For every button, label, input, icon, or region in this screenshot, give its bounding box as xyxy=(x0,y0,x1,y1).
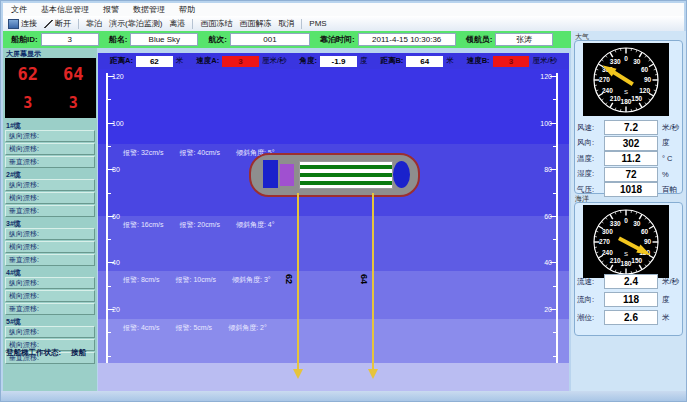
pilot-name-input[interactable]: 张涛 xyxy=(495,33,553,46)
toolbar-button-1-1[interactable]: 演示(靠泊监测) xyxy=(109,18,162,29)
tilt-threshold: 倾斜角度: 2° xyxy=(228,323,267,333)
weather-field-unit-1: 度 xyxy=(662,138,670,148)
tool-bar: 连接断开靠泊演示(靠泊监测)离港画面冻结画面解冻取消PMS xyxy=(3,16,684,32)
toolbar-button-2-2[interactable]: 取消 xyxy=(278,18,294,29)
berthing-time-input[interactable]: 2011-4-15 10:30:36 xyxy=(358,33,456,46)
big-display-distance-b: 64 xyxy=(51,64,97,84)
left-axis-tick-label: 120 xyxy=(112,73,124,81)
mooring-group-header-1: 1#缆 xyxy=(3,120,97,130)
ship-bow-ellipse xyxy=(393,161,410,188)
drift-item-2-0[interactable]: 纵向漂移: xyxy=(5,179,95,191)
gangway-status-label: 登船梯工作状态: xyxy=(6,348,61,357)
left-axis-tick xyxy=(108,332,111,333)
big-screen-display: 62 64 3 3 xyxy=(5,58,96,118)
drift-item-2-2[interactable]: 垂直漂移: xyxy=(5,205,95,217)
menu-item-4[interactable]: 帮助 xyxy=(179,4,195,15)
drift-item-3-1[interactable]: 横向漂移: xyxy=(5,241,95,253)
right-axis-tick xyxy=(553,146,556,147)
left-axis-tick-label: 80 xyxy=(112,166,120,174)
band-threshold-label-5: 报警: 4cm/s报警: 5cm/s倾斜角度: 2° xyxy=(123,323,267,333)
ocean-field-value-0: 2.4 xyxy=(604,274,658,289)
toolbar-separator xyxy=(78,19,79,29)
band-threshold-label-4: 报警: 8cm/s报警: 10cm/s倾斜角度: 3° xyxy=(123,275,271,285)
menu-item-1[interactable]: 基本信息管理 xyxy=(41,4,89,15)
drift-item-1-0[interactable]: 纵向漂移: xyxy=(5,130,95,142)
left-axis-tick xyxy=(108,146,111,147)
drift-item-4-0[interactable]: 纵向漂移: xyxy=(5,277,95,289)
weather-field-value-3: 72 xyxy=(604,167,658,182)
svg-text:210: 210 xyxy=(610,257,621,264)
weather-field-value-0: 7.2 xyxy=(604,120,658,135)
svg-text:240: 240 xyxy=(602,249,613,256)
drift-item-5-0[interactable]: 纵向漂移: xyxy=(5,326,95,338)
left-axis-tick xyxy=(108,356,111,357)
drift-item-1-2[interactable]: 垂直漂移: xyxy=(5,156,95,168)
left-axis-tick xyxy=(108,99,111,100)
toolbar-button-2-1[interactable]: 画面解冻 xyxy=(239,18,271,29)
svg-text:330: 330 xyxy=(610,58,621,65)
drift-item-1-1[interactable]: 横向漂移: xyxy=(5,143,95,155)
toolbar-button-0-0[interactable]: 连接 xyxy=(8,18,37,29)
left-axis-tick-label: 40 xyxy=(112,259,120,267)
tilt-threshold: 倾斜角度: 3° xyxy=(232,275,271,285)
ship-info-bar: 船舶ID:3船名:Blue Sky航次:001靠泊时间:2011-4-15 10… xyxy=(3,31,583,48)
svg-text:180: 180 xyxy=(621,260,632,267)
ocean-field-label-1: 流向: xyxy=(577,295,604,305)
left-sidebar: 大屏幕显示 62 64 3 3 1#缆纵向漂移:横向漂移:垂直漂移:2#缆纵向漂… xyxy=(3,48,97,391)
toolbar-button-0-1[interactable]: 断开 xyxy=(44,18,71,29)
drift-item-3-0[interactable]: 纵向漂移: xyxy=(5,228,95,240)
ship-graphic xyxy=(249,153,420,197)
toolbar-button-1-2[interactable]: 离港 xyxy=(169,18,185,29)
right-axis-tick xyxy=(553,193,556,194)
toolbar-button-2-0[interactable]: 画面冻结 xyxy=(200,18,232,29)
mooring-drift-list: 1#缆纵向漂移:横向漂移:垂直漂移:2#缆纵向漂移:横向漂移:垂直漂移:3#缆纵… xyxy=(3,120,97,365)
drift-item-4-2[interactable]: 垂直漂移: xyxy=(5,303,95,315)
chart-band-4: 报警: 8cm/s报警: 10cm/s倾斜角度: 3° xyxy=(98,271,569,319)
distance-b-value: 64 xyxy=(406,56,443,67)
ship-name-input[interactable]: Blue Sky xyxy=(130,33,198,46)
window-bottom-frame xyxy=(1,391,686,401)
mooring-group-header-5: 5#缆 xyxy=(3,316,97,326)
sensor-arrow-62 xyxy=(293,369,303,379)
svg-text:60: 60 xyxy=(641,228,649,235)
svg-text:210: 210 xyxy=(610,95,621,102)
chart-band-3: 报警: 16cm/s报警: 20cm/s倾斜角度: 4° xyxy=(98,216,569,271)
menu-item-0[interactable]: 文件 xyxy=(11,4,27,15)
band-threshold-label-3: 报警: 16cm/s报警: 20cm/s倾斜角度: 4° xyxy=(123,220,275,230)
voyage-number-input[interactable]: 001 xyxy=(230,33,310,46)
speed-b-value: 3 xyxy=(493,56,530,67)
big-display-speed-b: 3 xyxy=(51,94,97,112)
weather-field-unit-0: 米/秒 xyxy=(662,123,679,133)
toolbar-button-3-0[interactable]: PMS xyxy=(309,19,326,28)
sensor-line-label-64: 64 xyxy=(359,274,369,284)
ship-id-input[interactable]: 3 xyxy=(41,33,99,46)
toolbar-button-label: 靠泊 xyxy=(86,18,102,29)
right-axis-tick-label: 80 xyxy=(534,166,552,174)
angle-unit: 度 xyxy=(360,56,368,66)
menu-item-3[interactable]: 数据管理 xyxy=(133,4,165,15)
measurement-bar: 距离A:62米速度A:3厘米/秒角度:-1.9度距离B:64米速度B:3厘米/秒 xyxy=(98,53,569,69)
sensor-line-label-62: 62 xyxy=(284,274,294,284)
speed-b-unit: 厘米/秒 xyxy=(532,56,557,66)
speed-b-label: 速度B: xyxy=(467,56,490,66)
ship-id-label: 船舶ID: xyxy=(11,34,38,45)
svg-text:300: 300 xyxy=(602,228,613,235)
toolbar-button-1-0[interactable]: 靠泊 xyxy=(86,18,102,29)
menu-item-2[interactable]: 报警 xyxy=(103,4,119,15)
toolbar-button-label: 断开 xyxy=(55,18,71,29)
toolbar-separator xyxy=(301,19,302,29)
chart-area: 报警: 32cm/s报警: 40cm/s倾斜角度: 5°报警: 16cm/s报警… xyxy=(98,69,569,391)
weather-field-row-2: 温度:11.2° C xyxy=(577,151,684,166)
drift-item-4-1[interactable]: 横向漂移: xyxy=(5,290,95,302)
svg-text:0: 0 xyxy=(624,217,628,224)
drift-item-2-1[interactable]: 横向漂移: xyxy=(5,192,95,204)
weather-field-label-2: 温度: xyxy=(577,154,604,164)
right-axis-tick-label: 20 xyxy=(534,306,552,314)
drift-item-3-2[interactable]: 垂直漂移: xyxy=(5,254,95,266)
wind-direction-gauge: 0306090120150180210240270300330S xyxy=(583,43,669,116)
band-threshold-label-2: 报警: 32cm/s报警: 40cm/s倾斜角度: 5° xyxy=(123,148,275,158)
ocean-field-row-1: 流向:118度 xyxy=(577,292,684,307)
svg-text:30: 30 xyxy=(633,220,641,227)
right-axis-tick xyxy=(553,332,556,333)
weather-field-unit-3: % xyxy=(662,170,669,179)
